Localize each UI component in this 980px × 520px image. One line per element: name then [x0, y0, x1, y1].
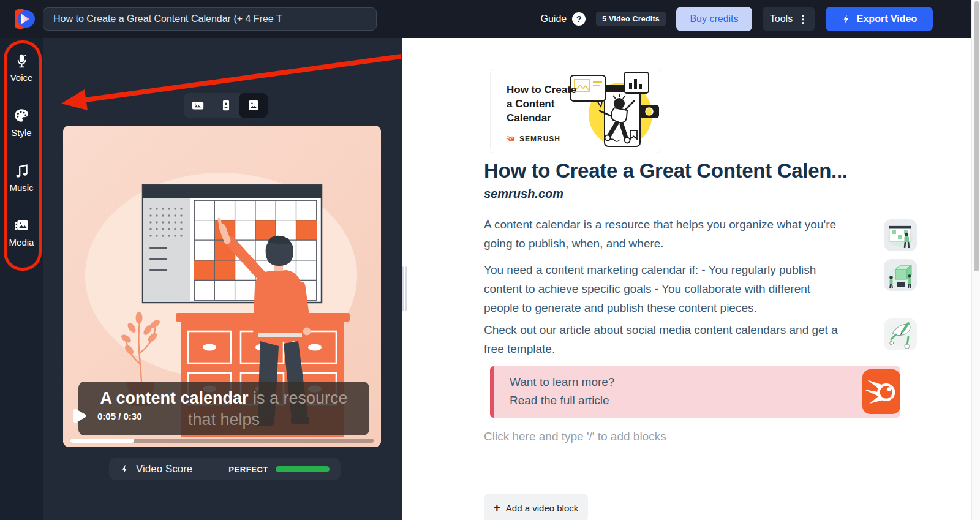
header-image-title: How to Create a Content Calendar — [507, 83, 576, 125]
scrollbar-thumb[interactable] — [974, 1, 979, 271]
header-brand-name: SEMRUSH — [519, 135, 560, 143]
aspect-ratio-toggle — [184, 93, 268, 118]
paragraph-block-1[interactable]: A content calendar is a resource that he… — [484, 215, 840, 253]
article-thumb-calendar-whiteboard[interactable] — [884, 219, 917, 251]
lightning-icon — [120, 464, 130, 475]
add-blocks-placeholder[interactable]: Click here and type '/' to add blocks — [484, 430, 666, 443]
sidebar-label-music: Music — [9, 183, 33, 193]
buy-credits-button[interactable]: Buy credits — [676, 7, 752, 31]
aspect-portrait-button[interactable] — [212, 93, 240, 118]
callout-line-1: Want to learn more? — [510, 375, 614, 389]
lightning-icon — [842, 13, 851, 24]
tools-button[interactable]: Tools ⋮ — [763, 7, 815, 31]
paragraph-block-3[interactable]: Check out our article about social media… — [484, 320, 840, 358]
aspect-landscape-button[interactable] — [184, 93, 212, 118]
semrush-logo — [862, 369, 900, 414]
guide-button[interactable]: Guide ? — [541, 12, 586, 26]
add-video-block-label: Add a video block — [506, 503, 578, 513]
video-editor-app: Guide ? 5 Video Credits Buy credits Tool… — [0, 0, 980, 520]
guide-label: Guide — [541, 13, 567, 24]
sidebar-label-style: Style — [11, 127, 31, 138]
score-bar-fill — [276, 466, 330, 472]
app-logo-icon[interactable] — [13, 9, 36, 29]
header-brand: SEMRUSH — [505, 134, 560, 144]
article-header-image[interactable]: How to Create a Content Calendar SEMRUSH — [490, 69, 662, 153]
video-preview[interactable]: A content calendar is a resource that he… — [63, 126, 381, 447]
semrush-flame-icon — [505, 134, 516, 144]
export-label: Export Video — [857, 13, 917, 24]
sidebar-item-voice[interactable]: Voice — [0, 53, 43, 83]
paragraph-block-2[interactable]: You need a content marketing calendar if… — [484, 260, 840, 317]
play-icon[interactable] — [72, 407, 88, 424]
video-score-label: Video Score — [136, 463, 192, 475]
video-credits-badge: 5 Video Credits — [596, 12, 666, 26]
caption-highlight: A content calendar — [100, 389, 248, 407]
editor-canvas: A content calendar is a resource that he… — [43, 38, 402, 520]
video-score-rating: PERFECT — [228, 465, 268, 474]
video-score-pill[interactable]: Video Score PERFECT — [109, 458, 341, 480]
article-panel: How to Create a Content Calendar SEMRUSH… — [402, 38, 971, 520]
tools-label: Tools — [770, 13, 793, 24]
landscape-image-icon — [191, 99, 205, 112]
sidebar-item-music[interactable]: Music — [0, 162, 43, 193]
article-thumb-writing-hands[interactable] — [884, 318, 917, 350]
callout-line-2: Read the full article — [510, 394, 609, 407]
article-source[interactable]: semrush.com — [484, 187, 564, 201]
header-illustration — [567, 72, 660, 153]
panel-resize-handle[interactable] — [402, 266, 407, 311]
article-title[interactable]: How to Create a Great Content Calen... — [484, 159, 900, 183]
page-scrollbar — [971, 0, 980, 520]
top-bar: Guide ? 5 Video Credits Buy credits Tool… — [0, 0, 971, 38]
export-video-button[interactable]: Export Video — [826, 7, 933, 31]
top-bar-actions: Guide ? 5 Video Credits Buy credits Tool… — [541, 0, 933, 38]
palette-icon — [13, 107, 30, 124]
project-title-input[interactable] — [43, 7, 377, 31]
caption-rest: is a resource — [248, 389, 347, 407]
article-thumb-team-collaboration[interactable] — [884, 259, 917, 291]
callout-accent-bar — [490, 366, 494, 418]
time-display: 0:05 / 0:30 — [97, 411, 142, 421]
left-sidebar: Voice Style Music — [0, 38, 43, 520]
music-note-icon — [13, 162, 30, 179]
add-video-block-button[interactable]: + Add a video block — [484, 494, 588, 520]
help-icon[interactable]: ? — [572, 12, 586, 26]
video-progress-fill — [70, 439, 134, 443]
caption-overlay: A content calendar is a resource that he… — [78, 382, 369, 435]
video-progress-bar[interactable] — [70, 439, 374, 443]
portrait-person-icon — [219, 99, 233, 112]
sidebar-item-media[interactable]: Media — [0, 217, 43, 247]
square-image-icon — [246, 98, 261, 113]
media-icon — [12, 217, 31, 234]
aspect-square-button[interactable] — [239, 93, 268, 118]
caption-line-1: A content calendar is a resource — [78, 388, 369, 409]
microphone-icon — [13, 53, 30, 69]
plus-icon: + — [494, 501, 500, 514]
sidebar-label-voice: Voice — [10, 72, 33, 83]
kebab-menu-icon: ⋮ — [797, 14, 808, 24]
callout-block[interactable]: Want to learn more? Read the full articl… — [490, 366, 900, 418]
sidebar-label-media: Media — [9, 237, 34, 247]
sidebar-item-style[interactable]: Style — [0, 107, 43, 138]
